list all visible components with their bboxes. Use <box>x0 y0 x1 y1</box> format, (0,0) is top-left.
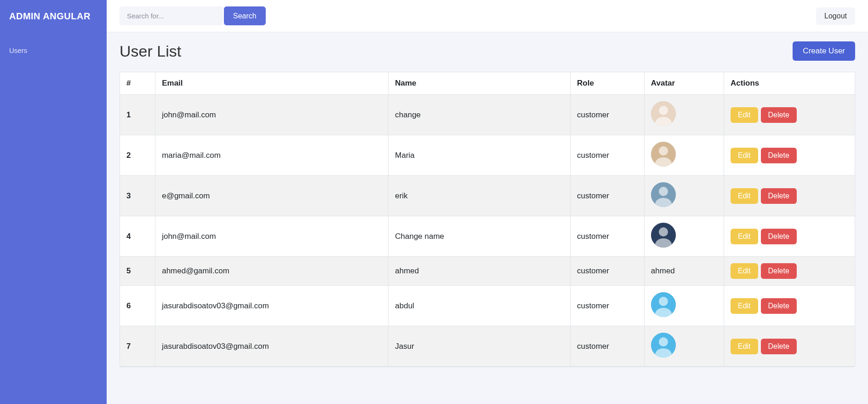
cell-name: Jasur <box>388 326 571 367</box>
cell-email: ahmed@gamil.com <box>155 257 388 286</box>
header-email: Email <box>155 72 388 95</box>
cell-actions: EditDelete <box>724 257 855 286</box>
cell-num: 4 <box>120 216 155 257</box>
page-title: User List <box>120 42 181 60</box>
edit-button[interactable]: Edit <box>731 298 758 314</box>
user-table-wrapper: # Email Name Role Avatar Actions 1john@m… <box>120 72 855 367</box>
cell-email: maria@mail.com <box>155 135 388 176</box>
cell-num: 5 <box>120 257 155 286</box>
create-user-button[interactable]: Create User <box>793 41 855 61</box>
table-row: 5ahmed@gamil.comahmedcustomerahmedEditDe… <box>120 257 855 286</box>
cell-actions: EditDelete <box>724 286 855 326</box>
cell-name: erik <box>388 176 571 216</box>
header-avatar: Avatar <box>644 72 724 95</box>
edit-button[interactable]: Edit <box>731 263 758 279</box>
delete-button[interactable]: Delete <box>761 148 797 163</box>
cell-avatar <box>644 216 724 257</box>
cell-email: jasurabdisoatov03@gmail.com <box>155 286 388 326</box>
content: User List Create User # Email Name Role … <box>107 32 868 376</box>
table-row: 1john@mail.comchangecustomerEditDelete <box>120 95 855 135</box>
cell-num: 6 <box>120 286 155 326</box>
delete-button[interactable]: Delete <box>761 188 797 204</box>
avatar <box>651 333 676 358</box>
cell-num: 1 <box>120 95 155 135</box>
avatar-text: ahmed <box>651 266 675 275</box>
svg-point-1 <box>659 106 668 115</box>
delete-button[interactable]: Delete <box>761 263 797 279</box>
cell-role: customer <box>571 286 645 326</box>
cell-num: 2 <box>120 135 155 176</box>
logout-button[interactable]: Logout <box>816 7 855 25</box>
svg-point-7 <box>659 187 668 196</box>
edit-button[interactable]: Edit <box>731 188 758 204</box>
cell-avatar <box>644 135 724 176</box>
search-button[interactable]: Search <box>224 6 266 25</box>
cell-num: 3 <box>120 176 155 216</box>
cell-name: abdul <box>388 286 571 326</box>
cell-avatar <box>644 286 724 326</box>
brand-title: ADMIN ANGULAR <box>0 0 107 33</box>
cell-role: customer <box>571 216 645 257</box>
svg-point-10 <box>659 227 668 237</box>
sidebar-item-label: Users <box>9 46 27 54</box>
table-row: 7jasurabdisoatov03@gmail.comJasurcustome… <box>120 326 855 367</box>
cell-avatar <box>644 326 724 367</box>
cell-role: customer <box>571 257 645 286</box>
table-row: 2maria@mail.comMariacustomerEditDelete <box>120 135 855 176</box>
cell-email: e@gmail.com <box>155 176 388 216</box>
table-row: 3e@gmail.comerikcustomerEditDelete <box>120 176 855 216</box>
header-role: Role <box>571 72 645 95</box>
cell-actions: EditDelete <box>724 135 855 176</box>
cell-actions: EditDelete <box>724 326 855 367</box>
avatar <box>651 223 676 248</box>
cell-actions: EditDelete <box>724 216 855 257</box>
cell-role: customer <box>571 135 645 176</box>
user-table: # Email Name Role Avatar Actions 1john@m… <box>120 72 855 367</box>
edit-button[interactable]: Edit <box>731 339 758 354</box>
header-num: # <box>120 72 155 95</box>
table-row: 4john@mail.comChange namecustomerEditDel… <box>120 216 855 257</box>
table-row: 6jasurabdisoatov03@gmail.comabdulcustome… <box>120 286 855 326</box>
cell-name: ahmed <box>388 257 571 286</box>
search-group: Search <box>120 6 266 25</box>
topbar: Search Logout <box>107 0 868 32</box>
table-header-row: # Email Name Role Avatar Actions <box>120 72 855 95</box>
cell-avatar <box>644 95 724 135</box>
avatar <box>651 292 676 317</box>
cell-num: 7 <box>120 326 155 367</box>
delete-button[interactable]: Delete <box>761 339 797 354</box>
edit-button[interactable]: Edit <box>731 229 758 244</box>
sidebar-item-users[interactable]: Users <box>0 42 107 59</box>
cell-name: Change name <box>388 216 571 257</box>
main-area: Search Logout User List Create User # Em… <box>107 0 868 404</box>
delete-button[interactable]: Delete <box>761 298 797 314</box>
avatar <box>651 142 676 167</box>
cell-role: customer <box>571 95 645 135</box>
cell-actions: EditDelete <box>724 176 855 216</box>
search-input[interactable] <box>120 6 223 25</box>
cell-actions: EditDelete <box>724 95 855 135</box>
cell-role: customer <box>571 176 645 216</box>
svg-point-13 <box>659 297 668 306</box>
delete-button[interactable]: Delete <box>761 229 797 244</box>
cell-role: customer <box>571 326 645 367</box>
sidebar: ADMIN ANGULAR Users <box>0 0 107 404</box>
delete-button[interactable]: Delete <box>761 107 797 123</box>
cell-name: change <box>388 95 571 135</box>
svg-point-4 <box>659 146 668 156</box>
header-name: Name <box>388 72 571 95</box>
cell-avatar <box>644 176 724 216</box>
cell-name: Maria <box>388 135 571 176</box>
edit-button[interactable]: Edit <box>731 148 758 163</box>
cell-email: john@mail.com <box>155 95 388 135</box>
cell-email: john@mail.com <box>155 216 388 257</box>
cell-avatar: ahmed <box>644 257 724 286</box>
sidebar-nav: Users <box>0 33 107 59</box>
svg-point-16 <box>659 337 668 346</box>
edit-button[interactable]: Edit <box>731 107 758 123</box>
header-actions: Actions <box>724 72 855 95</box>
page-header: User List Create User <box>120 41 855 61</box>
cell-email: jasurabdisoatov03@gmail.com <box>155 326 388 367</box>
avatar <box>651 182 676 207</box>
avatar <box>651 101 676 126</box>
